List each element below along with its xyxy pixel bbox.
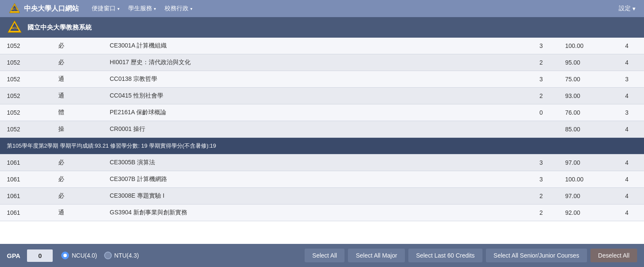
cell-credits [524, 121, 558, 138]
svg-text:NCU: NCU [11, 7, 18, 11]
cell-grade: 4 [610, 54, 644, 71]
cell-type: 必 [51, 188, 103, 205]
table-row: 1061必CE3008E 專題實驗 I297.004 [0, 188, 644, 205]
site-title: 中央大學人口網站 [24, 4, 79, 13]
cell-credits: 3 [524, 71, 558, 88]
logo-area: NCU 中央大學人口網站 [9, 3, 79, 15]
table-row: 1052必CE3001A 計算機組織3100.004 [0, 38, 644, 54]
cell-type: 體 [51, 104, 103, 121]
cell-score: 85.00 [558, 121, 610, 138]
cell-type: 操 [51, 121, 103, 138]
table-wrapper: 1052必CE3001A 計算機組織3100.0041052必HI0017 歷史… [0, 38, 644, 244]
cell-credits: 3 [524, 154, 558, 171]
cell-year: 1052 [0, 104, 51, 121]
cell-grade: 4 [610, 121, 644, 138]
cell-type: 必 [51, 154, 103, 171]
cell-course: HI0017 歷史：清代政治與文化 [103, 54, 524, 71]
cell-year: 1061 [0, 154, 51, 171]
cell-grade: 4 [610, 88, 644, 104]
cell-score: 92.00 [558, 205, 610, 221]
cell-year: 1052 [0, 38, 51, 54]
cell-credits: 2 [524, 188, 558, 205]
cell-score: 75.00 [558, 71, 610, 88]
nav-item-student-services[interactable]: 學生服務 [128, 5, 156, 12]
cell-score: 97.00 [558, 188, 610, 205]
cell-type: 必 [51, 38, 103, 54]
cell-grade: 4 [610, 38, 644, 54]
settings-menu[interactable]: 設定 ▾ [619, 5, 635, 12]
school-logo-icon: NCU [7, 20, 22, 35]
table-row: 1052通CC0138 宗教哲學375.003 [0, 71, 644, 88]
cell-credits: 3 [524, 171, 558, 188]
cell-year: 1061 [0, 171, 51, 188]
cell-course: CC0415 性別社會學 [103, 88, 524, 104]
cell-grade: 3 [610, 104, 644, 121]
cell-course: CE3001A 計算機組織 [103, 38, 524, 54]
table-row: 1061必CE3005B 演算法397.004 [0, 154, 644, 171]
cell-score: 100.00 [558, 171, 610, 188]
cell-year: 1061 [0, 205, 51, 221]
cell-type: 必 [51, 54, 103, 71]
cell-grade: 4 [610, 205, 644, 221]
cell-grade: 4 [610, 188, 644, 205]
cell-credits: 0 [524, 104, 558, 121]
cell-score: 97.00 [558, 154, 610, 171]
cell-type: 必 [51, 171, 103, 188]
nav-items: 便捷窗口 學生服務 校務行政 [92, 5, 619, 12]
cell-credits: 2 [524, 88, 558, 104]
grade-table: 1052必CE3001A 計算機組織3100.0041052必HI0017 歷史… [0, 38, 644, 221]
cell-score: 76.00 [558, 104, 610, 121]
table-row: 1052通CC0415 性別社會學293.004 [0, 88, 644, 104]
table-row: 1052體PE2161A 保齡球概論076.003 [0, 104, 644, 121]
summary-row: 第105學年度第2學期 學期平均成績:93.21 修習學分數: 19 學期實得學… [0, 138, 644, 154]
cell-grade: 3 [610, 71, 644, 88]
cell-course: GS3904 新創事業與創新實務 [103, 205, 524, 221]
settings-chevron-icon: ▾ [632, 5, 635, 12]
table-row: 1052操CR0001 操行85.004 [0, 121, 644, 138]
nav-item-admin[interactable]: 校務行政 [165, 5, 192, 12]
bottom-bar: GPA 0 NCU(4.0) NTU(4.3) Select All Selec… [0, 244, 644, 244]
cell-course: CE3005B 演算法 [103, 154, 524, 171]
table-row: 1061通GS3904 新創事業與創新實務292.004 [0, 205, 644, 221]
ncu-logo-icon: NCU [9, 3, 21, 15]
cell-type: 通 [51, 88, 103, 104]
cell-course: CC0138 宗教哲學 [103, 71, 524, 88]
school-name-label: 國立中央大學教務系統 [27, 24, 92, 32]
cell-year: 1052 [0, 71, 51, 88]
cell-year: 1061 [0, 188, 51, 205]
cell-grade: 4 [610, 171, 644, 188]
cell-year: 1052 [0, 121, 51, 138]
cell-course: PE2161A 保齡球概論 [103, 104, 524, 121]
table-row: 1052必HI0017 歷史：清代政治與文化295.004 [0, 54, 644, 71]
nav-item-shortcuts[interactable]: 便捷窗口 [92, 5, 120, 12]
settings-label: 設定 [619, 5, 631, 12]
svg-text:NCU: NCU [11, 27, 18, 30]
cell-type: 通 [51, 71, 103, 88]
cell-credits: 3 [524, 38, 558, 54]
cell-score: 100.00 [558, 38, 610, 54]
cell-grade: 4 [610, 154, 644, 171]
cell-course: CR0001 操行 [103, 121, 524, 138]
cell-type: 通 [51, 205, 103, 221]
top-nav-bar: NCU 中央大學人口網站 便捷窗口 學生服務 校務行政 設定 ▾ [0, 0, 644, 17]
summary-text: 第105學年度第2學期 學期平均成績:93.21 修習學分數: 19 學期實得學… [0, 138, 644, 154]
cell-credits: 2 [524, 205, 558, 221]
cell-course: CE3007B 計算機網路 [103, 171, 524, 188]
cell-year: 1052 [0, 88, 51, 104]
table-row: 1061必CE3007B 計算機網路3100.004 [0, 171, 644, 188]
sub-nav-bar: NCU 國立中央大學教務系統 [0, 17, 644, 38]
cell-credits: 2 [524, 54, 558, 71]
cell-course: CE3008E 專題實驗 I [103, 188, 524, 205]
cell-score: 95.00 [558, 54, 610, 71]
cell-year: 1052 [0, 54, 51, 71]
cell-score: 93.00 [558, 88, 610, 104]
